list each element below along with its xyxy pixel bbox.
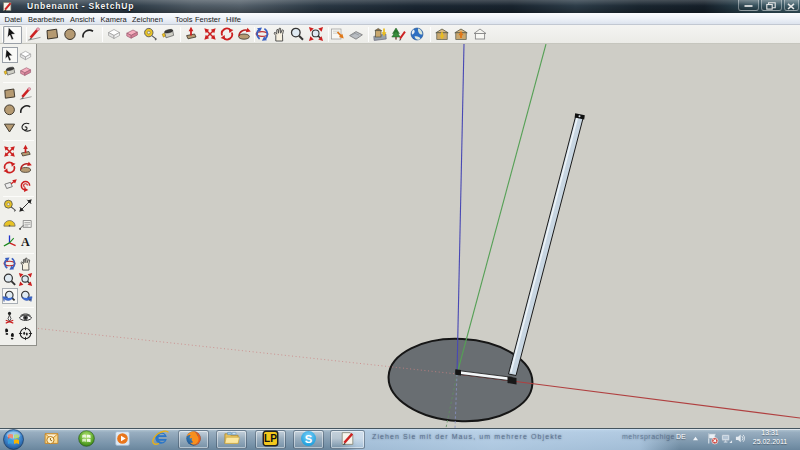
- svg-text:A: A: [21, 235, 30, 249]
- svg-text:LP: LP: [264, 433, 277, 444]
- svg-text:S: S: [305, 433, 312, 445]
